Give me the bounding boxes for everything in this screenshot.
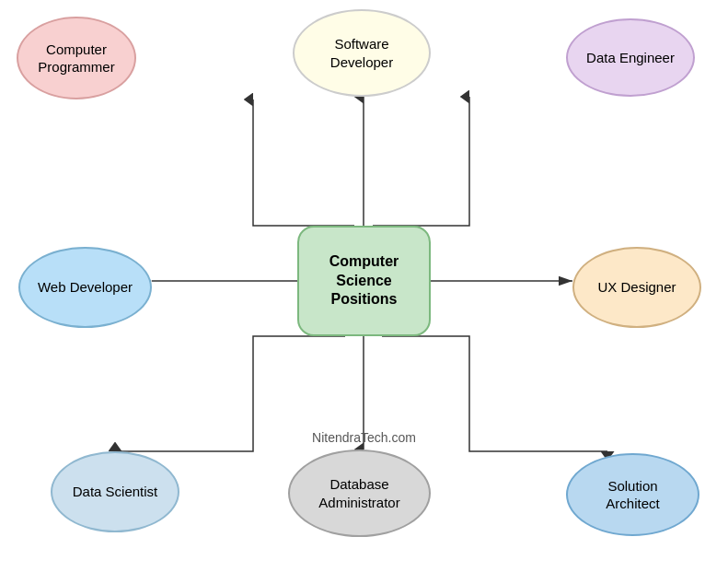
watermark: NitendraTech.com <box>312 430 416 445</box>
node-solution: Solution Architect <box>566 453 699 536</box>
node-software: Software Developer <box>293 9 431 97</box>
node-db-admin: Database Administrator <box>288 449 431 537</box>
node-solution-label: Solution Architect <box>606 477 659 513</box>
node-data-engineer: Data Engineer <box>566 18 695 97</box>
node-programmer: Computer Programmer <box>17 17 136 99</box>
node-data-scientist: Data Scientist <box>51 451 179 532</box>
diagram: Computer Programmer Software Developer D… <box>0 0 728 572</box>
node-data-scientist-label: Data Scientist <box>73 483 158 501</box>
node-data-engineer-label: Data Engineer <box>586 49 675 67</box>
node-center-label: Computer Science Positions <box>329 252 399 309</box>
node-db-admin-label: Database Administrator <box>318 475 399 511</box>
node-ux-label: UX Designer <box>597 278 676 297</box>
node-software-label: Software Developer <box>330 35 393 71</box>
node-center: Computer Science Positions <box>297 226 431 336</box>
node-programmer-label: Computer Programmer <box>38 41 114 76</box>
node-web-dev-label: Web Developer <box>38 278 133 297</box>
node-web-dev: Web Developer <box>18 247 152 328</box>
node-ux: UX Designer <box>572 247 701 328</box>
